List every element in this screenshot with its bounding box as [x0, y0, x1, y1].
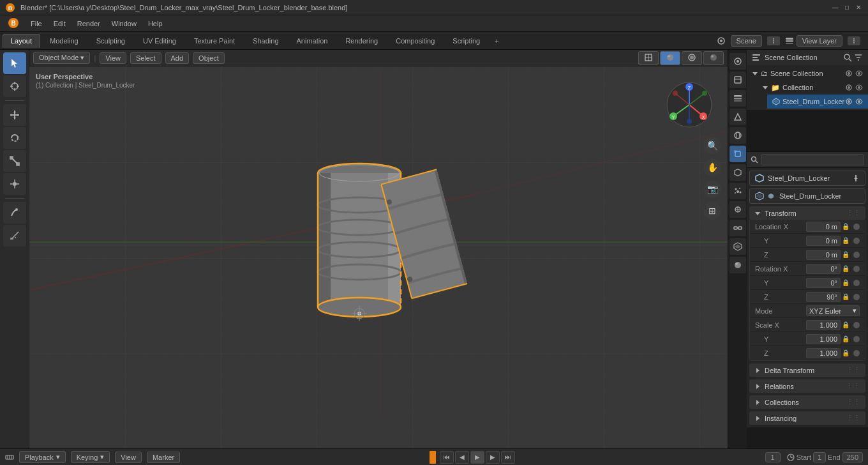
object-name-row[interactable]: Steel_Drum_Locker [749, 171, 865, 186]
prop-icon-particles[interactable] [730, 183, 746, 199]
playback-button[interactable]: Playback ▾ [19, 451, 66, 463]
location-z-lock[interactable]: 🔒 [842, 251, 852, 258]
outliner-scene-collection[interactable]: 🗂 Scene Collection [747, 66, 868, 80]
render-visibility-icon[interactable] [855, 70, 863, 77]
camera-button[interactable]: 📷 [703, 180, 721, 198]
outliner-object-steel-drum[interactable]: Steel_Drum_Locker [767, 95, 868, 109]
tool-move[interactable] [3, 104, 26, 126]
rotation-z-lock[interactable]: 🔒 [842, 293, 852, 300]
close-button[interactable]: ✕ [854, 3, 863, 12]
location-z-value[interactable]: 0 m [806, 250, 841, 260]
add-workspace-button[interactable]: + [490, 34, 504, 47]
tab-texture-paint[interactable]: Texture Paint [186, 34, 243, 48]
tab-compositing[interactable]: Compositing [387, 34, 443, 48]
rotation-y-lock[interactable]: 🔒 [842, 279, 852, 286]
obj-render-icon[interactable] [855, 98, 863, 105]
scale-z-lock[interactable]: 🔒 [842, 349, 852, 356]
view-menu[interactable]: View [100, 52, 126, 64]
collection-vis-icon[interactable] [845, 84, 853, 91]
collection-render-icon[interactable] [855, 84, 863, 91]
tab-scripting[interactable]: Scripting [444, 34, 488, 48]
select-menu[interactable]: Select [130, 52, 161, 64]
tool-scale[interactable] [3, 150, 26, 172]
scale-z-value[interactable]: 1.000 [806, 348, 841, 358]
rotation-x-lock[interactable]: 🔒 [842, 265, 852, 272]
wireframe-shading[interactable] [638, 51, 659, 65]
relations-header[interactable]: Relations ⋮⋮ [749, 379, 865, 393]
scene-options-button[interactable] [767, 36, 780, 45]
3d-viewport[interactable]: Object Mode ▾ | View Select Add Object [29, 50, 728, 448]
jump-start-button[interactable]: ⏮ [440, 451, 454, 464]
add-menu[interactable]: Add [165, 52, 190, 64]
prop-icon-viewlayer[interactable] [730, 90, 746, 107]
view-layer-selector[interactable]: View Layer [797, 35, 842, 47]
transform-header[interactable]: Transform ⋮⋮ [749, 206, 865, 220]
tab-shading[interactable]: Shading [244, 34, 287, 48]
prop-icon-modifier[interactable] [730, 164, 746, 181]
grid-button[interactable]: ⊞ [703, 202, 721, 220]
menu-edit[interactable]: Edit [49, 19, 71, 29]
viewport-canvas[interactable]: User Perspective (1) Collection | Steel_… [29, 66, 728, 448]
location-y-lock[interactable]: 🔒 [842, 237, 852, 244]
menu-file[interactable]: File [26, 19, 47, 29]
prop-icon-object[interactable] [730, 146, 746, 162]
viewport-gizmo[interactable]: Z X Y [664, 79, 715, 130]
tool-measure[interactable] [3, 225, 26, 247]
scale-x-value[interactable]: 1.000 [806, 320, 841, 330]
tool-transform[interactable] [3, 173, 26, 195]
menu-blender[interactable]: B [3, 16, 24, 31]
tab-sculpting[interactable]: Sculpting [88, 34, 133, 48]
prop-icon-render[interactable] [730, 53, 746, 70]
material-shading[interactable] [682, 51, 702, 65]
pin-icon[interactable] [852, 174, 860, 182]
obj-vis-icon[interactable] [845, 98, 853, 105]
rotation-y-value[interactable]: 0° [806, 278, 841, 288]
rotation-mode-dropdown[interactable]: XYZ Euler ▾ [806, 305, 860, 316]
tool-cursor[interactable] [3, 75, 26, 97]
object-mode-dropdown[interactable]: Object Mode ▾ [33, 52, 90, 64]
tab-animation[interactable]: Animation [288, 34, 336, 48]
tab-layout[interactable]: Layout [3, 34, 40, 48]
jump-end-button[interactable]: ⏭ [501, 451, 515, 464]
tool-select[interactable] [3, 52, 26, 74]
data-name-row[interactable]: Steel_Drum_Locker [749, 188, 865, 204]
minimize-button[interactable]: — [831, 3, 840, 12]
menu-render[interactable]: Render [72, 19, 105, 29]
outliner-collection[interactable]: 📁 Collection [757, 80, 868, 95]
delta-transform-header[interactable]: Delta Transform ⋮⋮ [749, 363, 865, 377]
prop-icon-data[interactable] [730, 238, 746, 255]
prop-icon-scene[interactable] [730, 109, 746, 125]
scale-x-lock[interactable]: 🔒 [842, 321, 852, 328]
timeline-view-button[interactable]: View [115, 452, 142, 463]
view-layer-options-button[interactable] [848, 36, 860, 45]
tool-annotate[interactable] [3, 202, 26, 224]
prop-icon-physics[interactable] [730, 201, 746, 218]
outliner-filter-icon[interactable] [854, 53, 863, 62]
start-frame-input[interactable]: 1 [813, 452, 826, 462]
marker-button[interactable]: Marker [147, 452, 180, 463]
tab-rendering[interactable]: Rendering [337, 34, 386, 48]
scale-y-lock[interactable]: 🔒 [842, 335, 852, 342]
maximize-button[interactable]: □ [842, 3, 851, 12]
outliner-search-icon[interactable] [843, 53, 852, 62]
collections-header[interactable]: Collections ⋮⋮ [749, 395, 865, 409]
solid-shading[interactable] [660, 51, 680, 65]
prop-icon-material[interactable] [730, 257, 746, 273]
rendered-shading[interactable] [703, 51, 724, 65]
zoom-in-button[interactable]: 🔍 [703, 137, 721, 155]
prop-icon-output[interactable] [730, 72, 746, 88]
rotation-x-value[interactable]: 0° [806, 264, 841, 274]
location-x-value[interactable]: 0 m [806, 222, 841, 232]
end-frame-input[interactable]: 250 [842, 452, 863, 462]
prop-icon-world[interactable] [730, 127, 746, 144]
menu-window[interactable]: Window [107, 19, 142, 29]
keying-button[interactable]: Keying ▾ [71, 451, 110, 463]
visibility-icon[interactable] [845, 70, 853, 77]
tab-uv-editing[interactable]: UV Editing [135, 34, 184, 48]
menu-help[interactable]: Help [143, 19, 168, 29]
play-button[interactable]: ▶ [470, 451, 484, 464]
object-menu[interactable]: Object [193, 52, 225, 64]
tool-rotate[interactable] [3, 127, 26, 149]
timeline-left-icon[interactable] [5, 453, 14, 462]
prev-frame-button[interactable]: ◀ [455, 451, 469, 464]
